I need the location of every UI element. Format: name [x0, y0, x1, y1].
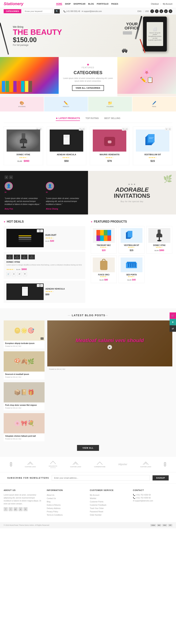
language-selector[interactable]: ENG [138, 10, 142, 12]
footer-link-terms[interactable]: Terms & Conditions [47, 514, 86, 517]
compare-icon[interactable]: ⇄ [17, 272, 21, 276]
side-btn-cart[interactable]: 🛒 [170, 312, 176, 319]
footer-in-icon[interactable]: in [23, 507, 27, 511]
footer-cs-account[interactable]: My Account [90, 494, 129, 497]
sub-cat-4[interactable]: 🖊️ PENS [132, 97, 176, 112]
footer-info-title: INFORMATION [47, 489, 86, 491]
product-nav-prev-3[interactable]: ‹ [122, 128, 125, 130]
search-input[interactable] [23, 9, 52, 14]
svg-rect-42 [134, 263, 136, 267]
myaccount-link[interactable]: My Account [163, 3, 172, 5]
pens-nav-next[interactable]: › [40, 230, 43, 232]
brands-prev[interactable]: ‹ [10, 462, 12, 466]
product-name-2: AENEAN VEHICULA [50, 154, 83, 156]
svg-rect-14 [108, 140, 111, 143]
feat-prod-name-5: SED PORTA [121, 274, 143, 276]
product-card-4: ‹› VESTIBULUM SIT ★★★★☆ $15 [133, 126, 172, 165]
sub-header: Categories 🔍 📞 (+01 999 555) 48 ✉ suppor… [0, 8, 176, 15]
checkout-link[interactable]: Checkout [151, 3, 159, 5]
footer-cs-track[interactable]: Track Your Order [90, 507, 129, 510]
footer-cs-order[interactable]: Order Number [90, 514, 129, 517]
pens-nav-prev[interactable]: ‹ [37, 230, 40, 232]
footer-tw-icon[interactable]: t [9, 507, 13, 511]
product-img-1 [6, 130, 40, 152]
feat-prod-name-1: TINCIDUNT NEC [93, 244, 115, 246]
categories-button[interactable]: Categories [4, 9, 21, 13]
testimonial-prev[interactable]: ‹ [4, 176, 8, 179]
nav-shoppicar[interactable]: SHOPPICAR [73, 3, 85, 5]
facebook-icon[interactable]: f [150, 10, 154, 13]
footer-fb-icon[interactable]: f [4, 507, 8, 511]
footer-cs-points[interactable]: Customer Points [90, 500, 129, 504]
product-nav-next-2[interactable]: › [82, 128, 85, 130]
sub-cat-3[interactable]: 📁 FOLDERS [88, 97, 132, 112]
product-card-1: ‹› DONEC VITAE ★★★★☆ $1.99 $990 [4, 126, 43, 165]
blog-content-5: Voluptate chicken fatback pork ball Post… [4, 434, 45, 441]
hot-deal-pens: ‹› DUIS DUIT ★★★★☆ $1.99 $30 [4, 226, 85, 250]
footer-link-privacy[interactable]: Privacy Policy [47, 510, 86, 514]
view-all-blog-button[interactable]: VIEW ALL [77, 445, 99, 451]
footer-email: ✉ support@stencilo.com [133, 500, 172, 502]
featured-left-image [0, 57, 59, 96]
side-btn-compare[interactable]: ⇄ [170, 325, 176, 332]
tab-top-rating[interactable]: TOP RATING [86, 117, 99, 121]
add-to-cart-icon[interactable]: 🛒 [6, 272, 10, 276]
nav-home[interactable]: HOME [56, 2, 62, 5]
footer-link-about[interactable]: About Us [47, 494, 86, 497]
blog-main-content: Posted on 09.14 | 312 [47, 366, 173, 372]
featured-center: ★ FEATURED CATEGORIES Lorem ipsum dolor … [59, 57, 117, 96]
product-nav-prev-4[interactable]: ‹ [165, 128, 168, 130]
quickview-icon[interactable]: 👁 [23, 272, 27, 276]
brand-5: Hipster [118, 463, 127, 466]
footer-pi-icon[interactable]: p [18, 507, 22, 511]
blog-img-1: 🪙🌟🎯 ... [4, 320, 45, 341]
footer-about-text: Lorem ipsum dolor sit amet, consectetur … [4, 494, 43, 505]
search-button[interactable]: 🔍 [54, 9, 60, 14]
sub-cat-2[interactable]: ✏️ PENCILS [44, 97, 88, 112]
footer-link-delivery[interactable]: Delivery Address [47, 507, 86, 510]
featured-star: ★ [87, 62, 89, 66]
binder-nav-prev[interactable]: ‹ [37, 284, 40, 287]
hero-price: $150.00 [13, 36, 62, 44]
footer-link-blog[interactable]: Blog [47, 500, 86, 504]
pinterest-icon[interactable]: p [164, 10, 168, 13]
hero-price-desc: For full package [13, 44, 62, 46]
footer-cs-feedback[interactable]: Customer Feedback [90, 504, 129, 507]
testimonial-next[interactable]: › [9, 176, 13, 179]
currency-selector[interactable]: USD [145, 10, 149, 12]
nav-pages[interactable]: PAGES [111, 3, 118, 5]
header-right: Checkout | My Account [151, 3, 172, 5]
google-icon[interactable]: g [160, 10, 163, 13]
nav-portfolio[interactable]: PORTFOLIO [97, 3, 108, 5]
newsletter-input[interactable] [52, 475, 150, 481]
tab-latest-products[interactable]: ★LATEST PRODUCTS [56, 117, 80, 121]
instagram-icon[interactable]: in [169, 10, 172, 13]
wishlist-icon[interactable]: ♥ [12, 272, 16, 276]
footer-link-contact[interactable]: Contact Us [47, 497, 86, 500]
footer-link-returns[interactable]: Duties & Returns [47, 504, 86, 507]
nav-blog[interactable]: BLOG [88, 3, 94, 5]
sub-cat-1[interactable]: 🎨 STICKERS [0, 97, 44, 112]
testimonials-section: ‹ › 👤 " "Lorem ipsum dolor sit amet, con… [0, 171, 176, 215]
nav-shop[interactable]: SHOP [65, 3, 71, 5]
side-btn-heart[interactable]: ♥ [170, 319, 176, 325]
svg-rect-31 [128, 231, 132, 237]
testimonial-author-1: Amy Fox [4, 208, 42, 210]
footer-gp-icon[interactable]: g+ [13, 507, 18, 511]
blog-grid: 🪙🌟🎯 ... Excepteur aliquip turdcake ipsum… [4, 320, 172, 441]
tab-best-selling[interactable]: BEST SELLING [104, 117, 120, 121]
feat-prod-name-3: DONEC VITAE [148, 244, 170, 246]
twitter-icon[interactable]: t [155, 10, 159, 13]
view-all-categories-button[interactable]: VIEW ALL CATEGORIES [72, 85, 104, 91]
play-icon[interactable]: ▶ [107, 345, 112, 350]
footer-cs-password[interactable]: Password Reset [90, 510, 129, 514]
footer-cs-wishlist[interactable]: Wishlist [90, 497, 129, 500]
product-nav-next-3[interactable]: › [125, 128, 128, 130]
product-nav-next-4[interactable]: › [168, 128, 171, 130]
view-all-blog-container: VIEW ALL [4, 445, 172, 451]
brands-next[interactable]: › [164, 462, 166, 466]
binder-nav-next[interactable]: › [40, 284, 43, 287]
signup-button[interactable]: SIGNUP [153, 475, 169, 480]
hot-deal-binder-img: ‹› [6, 284, 44, 300]
product-nav-prev-2[interactable]: ‹ [79, 128, 82, 130]
